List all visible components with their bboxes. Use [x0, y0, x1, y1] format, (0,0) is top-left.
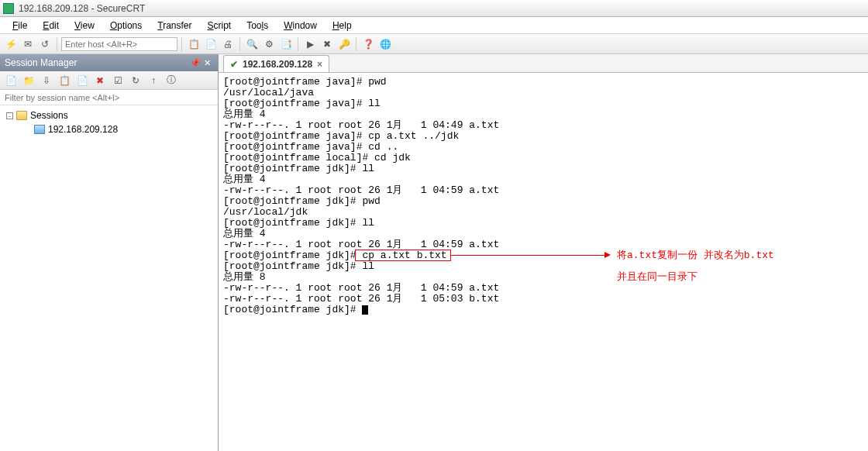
import-icon[interactable]: ⇩: [39, 73, 54, 88]
find-icon[interactable]: 🔍: [244, 36, 260, 52]
session-tree: - Sessions 192.168.209.128: [0, 105, 218, 451]
folder-icon: [16, 111, 27, 120]
panel-header: Session Manager 📌 ✕: [0, 54, 218, 71]
quick-connect-icon[interactable]: ✉: [20, 36, 36, 52]
highlight-box: [355, 250, 452, 261]
menu-window[interactable]: Window: [276, 19, 325, 33]
separator: [239, 37, 240, 51]
key-icon[interactable]: 🔑: [336, 36, 352, 52]
cursor: [362, 305, 368, 315]
new-folder-icon[interactable]: 📁: [21, 73, 36, 88]
title-bar: 192.168.209.128 - SecureCRT: [0, 0, 868, 17]
separator: [298, 37, 298, 51]
menu-bar: File Edit View Options Transfer Script T…: [0, 17, 868, 34]
tree-root-label: Sessions: [30, 110, 68, 121]
menu-file[interactable]: File: [5, 19, 35, 33]
collapse-icon[interactable]: -: [6, 112, 13, 119]
pin-icon[interactable]: 📌: [190, 58, 199, 67]
menu-options[interactable]: Options: [102, 19, 150, 33]
main-area: Session Manager 📌 ✕ 📄 📁 ⇩ 📋 📄 ✖ ☑ ↻ ↑ ⓘ …: [0, 54, 868, 451]
tree-session[interactable]: 192.168.209.128: [2, 122, 216, 136]
separator: [57, 37, 57, 51]
annotation-arrow-line: [451, 255, 606, 256]
menu-script[interactable]: Script: [200, 19, 239, 33]
paste-session-icon[interactable]: 📄: [74, 73, 90, 88]
filter-input[interactable]: [0, 90, 218, 105]
terminal-area: ✔ 192.168.209.128 × [root@jointframe jav…: [219, 54, 868, 451]
tab-session[interactable]: ✔ 192.168.209.128 ×: [223, 55, 329, 72]
menu-transfer[interactable]: Transfer: [150, 19, 199, 33]
tab-title: 192.168.209.128: [243, 59, 312, 70]
app-icon: [3, 3, 14, 14]
options-icon[interactable]: ⚙: [261, 36, 277, 52]
session-manager-panel: Session Manager 📌 ✕ 📄 📁 ⇩ 📋 📄 ✖ ☑ ↻ ↑ ⓘ …: [0, 54, 219, 451]
tab-strip: ✔ 192.168.209.128 ×: [219, 54, 868, 73]
up-icon[interactable]: ↑: [146, 73, 161, 88]
terminal-output[interactable]: [root@jointframe java]# pwd /usr/local/j…: [219, 73, 868, 451]
tools-icon[interactable]: ✖: [319, 36, 335, 52]
help-icon[interactable]: ❓: [360, 36, 376, 52]
session-icon: [34, 125, 45, 134]
menu-help[interactable]: Help: [325, 19, 360, 33]
globe-icon[interactable]: 🌐: [377, 36, 393, 52]
separator: [181, 37, 182, 51]
info-icon[interactable]: ⓘ: [164, 73, 179, 88]
properties-icon[interactable]: ☑: [110, 73, 126, 88]
paste-icon[interactable]: 📄: [203, 36, 219, 52]
arrow-head-icon: [604, 252, 611, 258]
new-session-icon[interactable]: 📄: [3, 73, 19, 88]
reconnect-icon[interactable]: ↺: [37, 36, 53, 52]
print-icon[interactable]: 🖨: [220, 36, 236, 52]
panel-title: Session Manager: [5, 57, 77, 68]
tree-root[interactable]: - Sessions: [2, 108, 216, 122]
menu-tools[interactable]: Tools: [239, 19, 276, 33]
copy-icon[interactable]: 📋: [186, 36, 202, 52]
annotation-text-1: 将a.txt复制一份 并改名为b.txt: [617, 249, 774, 263]
menu-edit[interactable]: Edit: [35, 19, 67, 33]
window-title: 192.168.209.128 - SecureCRT: [19, 3, 145, 14]
refresh-icon[interactable]: ↻: [128, 73, 143, 88]
tab-close-icon[interactable]: ×: [317, 59, 322, 70]
host-input[interactable]: [61, 37, 177, 51]
menu-view[interactable]: View: [67, 19, 102, 33]
annotation-text-2: 并且在同一目录下: [617, 270, 698, 284]
close-icon[interactable]: ✕: [204, 58, 213, 67]
copy-session-icon[interactable]: 📋: [57, 73, 72, 88]
panel-toolbar: 📄 📁 ⇩ 📋 📄 ✖ ☑ ↻ ↑ ⓘ: [0, 71, 218, 90]
script-icon[interactable]: ▶: [302, 36, 318, 52]
delete-icon[interactable]: ✖: [92, 73, 108, 88]
separator: [356, 37, 356, 51]
main-toolbar: ⚡ ✉ ↺ 📋 📄 🖨 🔍 ⚙ 📑 ▶ ✖ 🔑 ❓ 🌐: [0, 34, 868, 54]
connected-icon: ✔: [230, 59, 238, 70]
session-icon[interactable]: 📑: [278, 36, 294, 52]
tree-session-label: 192.168.209.128: [48, 124, 118, 135]
connect-icon[interactable]: ⚡: [3, 36, 19, 52]
